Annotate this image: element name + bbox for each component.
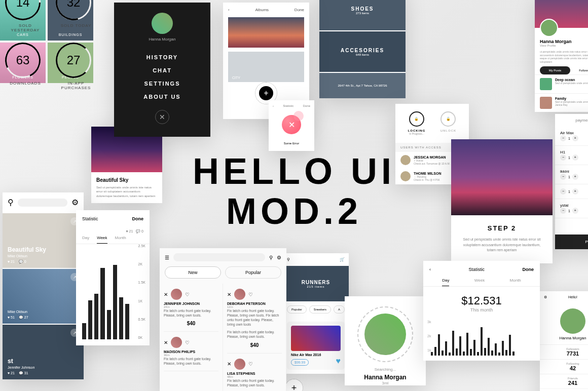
menu-card: Hanna Morgan HISTORY CHAT SETTINGS ABOUT… bbox=[114, 3, 210, 137]
tab-day[interactable]: Day bbox=[442, 278, 449, 286]
add-icon[interactable]: + bbox=[285, 379, 303, 391]
menu-history[interactable]: HISTORY bbox=[114, 54, 210, 60]
category-shoes[interactable]: SHOES273 items bbox=[319, 0, 406, 30]
avatar[interactable] bbox=[171, 337, 182, 348]
close-icon[interactable]: ✕ bbox=[155, 110, 169, 124]
back-icon[interactable]: ‹ bbox=[228, 8, 230, 12]
menu-about[interactable]: ABOUT US bbox=[114, 94, 210, 100]
avatar[interactable] bbox=[364, 314, 406, 355]
search-icon[interactable]: ⚲ bbox=[8, 198, 14, 207]
search-icon[interactable]: ⚲ bbox=[269, 255, 273, 260]
avatar[interactable] bbox=[171, 289, 182, 300]
chip-popular[interactable]: Popular bbox=[287, 305, 307, 314]
album-image[interactable] bbox=[228, 17, 304, 48]
error-card: ‹ Statistic Done ✕ Some Error bbox=[269, 100, 314, 151]
search-input[interactable] bbox=[18, 199, 67, 207]
product-image bbox=[291, 326, 341, 351]
filter-icon[interactable]: ⚙ bbox=[71, 198, 79, 207]
post-thumb bbox=[540, 78, 552, 90]
cart-card: payment method Air Max−1+$99.99 H1−1+$85… bbox=[555, 114, 588, 249]
avatar bbox=[400, 171, 411, 181]
minus-button[interactable]: − bbox=[560, 174, 566, 180]
bar-chart bbox=[423, 320, 540, 361]
avatar[interactable] bbox=[560, 308, 585, 334]
gear-icon[interactable]: ⚙ bbox=[544, 295, 547, 299]
runners-card: ⚲🛒 RUNNERS 215 items Popular Sneakers A … bbox=[283, 253, 349, 374]
feed-item[interactable]: ↗ Mike Oldsun ♥ 51💬 27 bbox=[3, 268, 84, 324]
search-icon[interactable]: ⚲ bbox=[287, 257, 290, 262]
plus-button[interactable]: + bbox=[572, 208, 578, 214]
tab-week[interactable]: Week bbox=[97, 236, 107, 244]
search-ring bbox=[357, 306, 413, 362]
close-icon[interactable]: ✕ bbox=[227, 361, 231, 367]
done-button[interactable]: Done bbox=[303, 104, 310, 107]
tab-popular[interactable]: Popular bbox=[225, 266, 281, 279]
post-item[interactable]: Deep oceanSed ut perspiciatis unde omnis… bbox=[535, 74, 588, 93]
minus-button[interactable]: − bbox=[560, 188, 566, 194]
cart-icon[interactable]: 🛒 bbox=[340, 257, 345, 262]
plus-button[interactable]: + bbox=[572, 135, 578, 141]
heart-icon[interactable]: ♥ bbox=[336, 357, 341, 366]
address[interactable]: 2647 4th St., Apt 7 Tahoe, CA 98726 bbox=[319, 73, 406, 98]
close-icon[interactable]: ✕ bbox=[282, 115, 301, 134]
back-icon[interactable]: ‹ bbox=[429, 267, 431, 272]
done-button[interactable]: Done bbox=[522, 267, 534, 272]
product-card[interactable]: Nike Air Max 2016 $99.99 ♥ bbox=[287, 322, 345, 370]
avatar[interactable] bbox=[234, 289, 245, 300]
feed-item[interactable]: ↗ Beautiful Sky Mike Oldsun ♥ 21💬 0 bbox=[3, 212, 84, 268]
close-icon[interactable]: ✕ bbox=[164, 340, 168, 345]
close-icon[interactable]: ✕ bbox=[164, 292, 168, 297]
search-input[interactable] bbox=[173, 253, 265, 261]
filter-icon[interactable]: ⚙ bbox=[277, 255, 281, 260]
plus-button[interactable]: + bbox=[572, 174, 578, 180]
tab-followers[interactable]: Followers bbox=[570, 66, 588, 74]
plus-button[interactable]: + bbox=[572, 154, 578, 161]
category-accessories[interactable]: ACCESORIES648 items bbox=[319, 31, 406, 72]
minus-button[interactable]: − bbox=[560, 135, 566, 141]
menu-chat[interactable]: CHAT bbox=[114, 67, 210, 73]
plus-button[interactable]: + bbox=[572, 188, 578, 194]
sky-title: Beautiful Sky bbox=[96, 177, 157, 183]
heart-icon[interactable]: ♡ bbox=[185, 292, 190, 297]
feed-card: ⚲ ⚙ ↗ Beautiful Sky Mike Oldsun ♥ 21💬 0 … bbox=[3, 192, 84, 379]
cart-header: payment method bbox=[555, 114, 588, 127]
heart-icon[interactable]: ♡ bbox=[185, 340, 190, 345]
minus-button[interactable]: − bbox=[560, 208, 566, 214]
add-icon[interactable]: + bbox=[259, 86, 273, 100]
avatar[interactable] bbox=[152, 13, 173, 34]
close-icon[interactable]: ✕ bbox=[227, 292, 231, 297]
categories-card: SHOES273 items ACCESORIES648 items 2647 … bbox=[319, 0, 406, 98]
tab-month[interactable]: Month bbox=[510, 278, 521, 286]
tab-week[interactable]: Week bbox=[474, 278, 485, 286]
stat-card: ‹ Statistic Done Day Week Month $12.531 … bbox=[423, 261, 540, 361]
tab-day[interactable]: Day bbox=[82, 236, 89, 244]
bar-chart: 2.5K2K1.5K1K0.5K0K bbox=[76, 244, 150, 345]
tab-posts[interactable]: My Posts bbox=[540, 66, 570, 74]
chip-sneakers[interactable]: Sneakers bbox=[309, 305, 331, 314]
post-item[interactable]: FamilySed ut perspiciatis unde omnisJani… bbox=[535, 93, 588, 112]
unlock-button[interactable]: 🔓 UNLOCK bbox=[440, 111, 457, 135]
stat-card: Statistic Done ♥ 21 💬 0 Day Week Month 2… bbox=[76, 210, 150, 345]
heart-icon[interactable]: ♡ bbox=[248, 361, 253, 367]
pay-button[interactable]: PAY bbox=[555, 234, 588, 249]
avatar[interactable] bbox=[234, 359, 245, 370]
album-image[interactable]: CITY bbox=[228, 52, 304, 82]
tab-new[interactable]: New bbox=[165, 266, 221, 279]
tab-month[interactable]: Month bbox=[115, 236, 126, 244]
heart-icon[interactable]: ♡ bbox=[248, 292, 253, 297]
done-button[interactable]: Done bbox=[132, 216, 144, 221]
nav-history[interactable]: History bbox=[540, 388, 588, 391]
avatar[interactable] bbox=[540, 19, 558, 37]
chip[interactable]: A bbox=[334, 305, 345, 314]
menu-icon[interactable]: ☰ bbox=[165, 255, 169, 260]
people-list: ☰ ⚲ ⚙ New Popular ✕♡ JENNIFER JOHNSON 24… bbox=[160, 248, 286, 391]
settings-card: ⚙Hello!☰ Hanna Morgan Followers7731 Foll… bbox=[540, 291, 588, 391]
runners-hero[interactable]: RUNNERS 215 items bbox=[283, 266, 349, 301]
menu-settings[interactable]: SETTINGS bbox=[114, 81, 210, 87]
done-button[interactable]: Done bbox=[295, 8, 304, 12]
feed-item[interactable]: ↗ st Jennifer Johnson ♥ 21💬 31 bbox=[3, 324, 84, 379]
minus-button[interactable]: − bbox=[560, 154, 566, 161]
lock-button[interactable]: 🔒 LOCKING In Progress... bbox=[408, 111, 426, 135]
sky-text: Sed ut perspiciatis unde omnis iste natu… bbox=[96, 185, 157, 198]
back-icon[interactable]: ‹ bbox=[273, 104, 274, 107]
